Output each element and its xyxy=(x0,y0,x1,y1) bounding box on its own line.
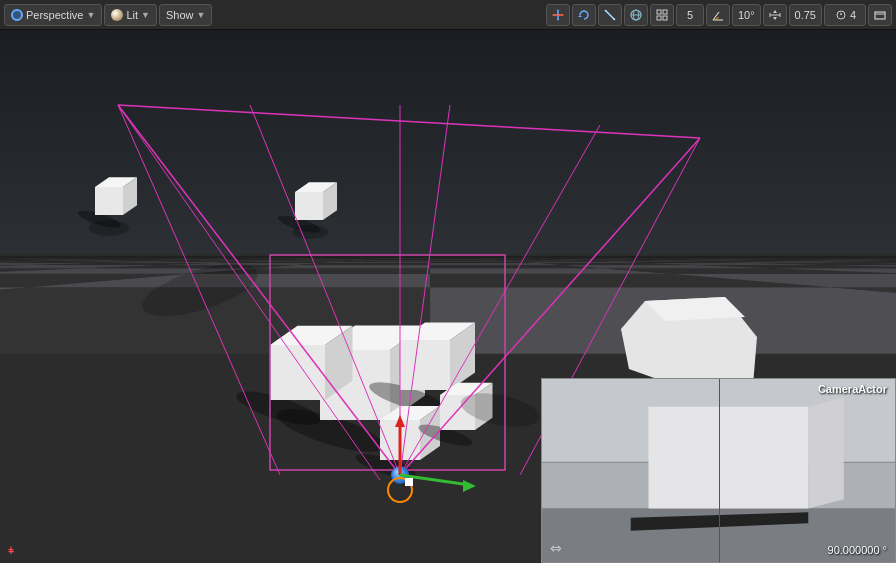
x-axis-label: + xyxy=(8,544,14,555)
scale-snap-button[interactable] xyxy=(763,4,787,26)
perspective-label: Perspective xyxy=(26,9,83,21)
lit-button[interactable]: Lit ▼ xyxy=(104,4,157,26)
svg-marker-22 xyxy=(773,10,777,13)
svg-marker-23 xyxy=(773,17,777,20)
surface-snap-icon xyxy=(655,8,669,22)
perspective-button[interactable]: Perspective ▼ xyxy=(4,4,102,26)
scale-snap-value: 0.75 xyxy=(795,9,816,21)
scale-icon xyxy=(603,8,617,22)
angle-snap-value-button[interactable]: 10° xyxy=(732,4,761,26)
lit-icon xyxy=(111,9,123,21)
rotate-icon xyxy=(577,8,591,22)
angle-snap-button[interactable] xyxy=(706,4,730,26)
svg-line-7 xyxy=(605,10,615,20)
maximize-icon xyxy=(873,8,887,22)
perspective-icon xyxy=(11,9,23,21)
svg-marker-6 xyxy=(578,15,582,17)
camera-speed-button[interactable]: 4 xyxy=(824,4,866,26)
camera-canvas xyxy=(542,379,896,563)
angle-snap-value: 10° xyxy=(738,9,755,21)
chevron-down-icon: ▼ xyxy=(86,10,95,20)
chevron-down-icon3: ▼ xyxy=(196,10,205,20)
right-toolbar: 5 10° 0.75 xyxy=(546,4,892,26)
scale-snap-icon xyxy=(768,8,782,22)
rotate-button[interactable] xyxy=(572,4,596,26)
axis-indicator: + xyxy=(8,544,14,555)
camera-preview: CameraActor 90.000000 ° ⇔ xyxy=(541,378,896,563)
camera-speed-icon xyxy=(834,8,848,22)
grid-snap-value: 5 xyxy=(687,9,693,21)
lit-label: Lit xyxy=(126,9,138,21)
chevron-down-icon2: ▼ xyxy=(141,10,150,20)
world-local-button[interactable] xyxy=(624,4,648,26)
scale-snap-value-button[interactable]: 0.75 xyxy=(789,4,822,26)
show-button[interactable]: Show ▼ xyxy=(159,4,212,26)
camera-fov-value: 90.000000 ° xyxy=(828,544,887,556)
translate-icon xyxy=(551,8,565,22)
viewport[interactable]: CameraActor 90.000000 ° ⇔ + xyxy=(0,30,896,563)
svg-rect-16 xyxy=(663,16,667,20)
translate-button[interactable] xyxy=(546,4,570,26)
globe-icon xyxy=(629,8,643,22)
camera-speed-value: 4 xyxy=(850,9,856,21)
svg-rect-13 xyxy=(657,10,661,14)
angle-snap-icon xyxy=(711,8,725,22)
scale-button[interactable] xyxy=(598,4,622,26)
camera-actor-label: CameraActor xyxy=(818,383,887,395)
svg-rect-15 xyxy=(657,16,661,20)
maximize-button[interactable] xyxy=(868,4,892,26)
surface-snap-button[interactable] xyxy=(650,4,674,26)
camera-expand-icon[interactable]: ⇔ xyxy=(550,540,562,556)
grid-snap-value-button[interactable]: 5 xyxy=(676,4,704,26)
svg-marker-25 xyxy=(840,12,842,15)
toolbar: Perspective ▼ Lit ▼ Show ▼ xyxy=(0,0,896,30)
svg-rect-14 xyxy=(663,10,667,14)
svg-rect-26 xyxy=(875,12,885,19)
show-label: Show xyxy=(166,9,194,21)
